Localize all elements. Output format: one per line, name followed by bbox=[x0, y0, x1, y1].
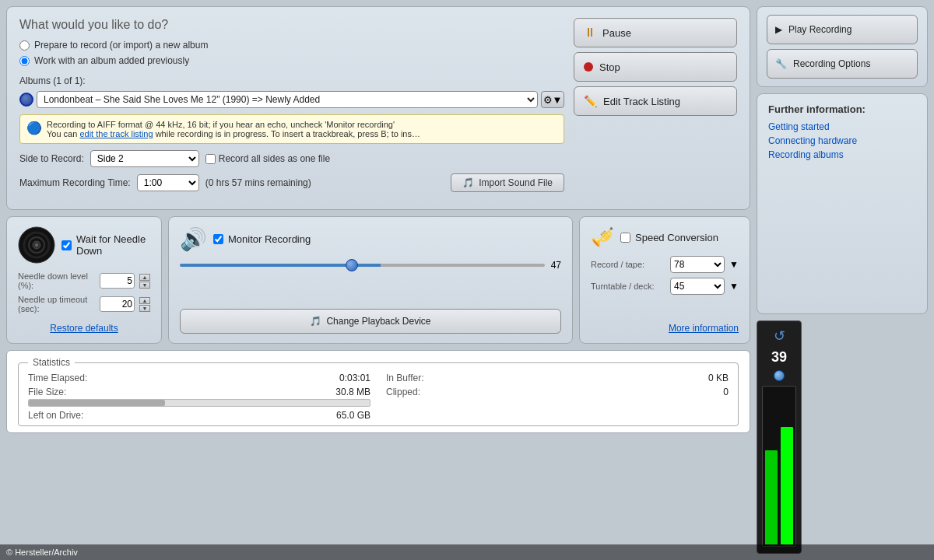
import-sound-file-button[interactable]: 🎵 Import Sound File bbox=[451, 173, 564, 192]
panel-title: What would you like to do? bbox=[19, 18, 564, 32]
needle-timeout-spinners: ▲ ▼ bbox=[139, 297, 150, 312]
change-playback-device-button[interactable]: 🎵 Change Playback Device bbox=[180, 309, 561, 334]
svg-point-4 bbox=[35, 243, 38, 247]
albums-label: Albums (1 of 1): bbox=[19, 75, 564, 86]
radio-prev-album[interactable]: Work with an album added previously bbox=[19, 55, 564, 66]
file-size-bar bbox=[29, 400, 165, 406]
device-icon: 🎵 bbox=[310, 316, 321, 327]
needle-level-row: Needle down level (%): ▲ ▼ bbox=[18, 271, 150, 290]
bottom-panels: Wait for Needle Down Needle down level (… bbox=[6, 216, 750, 344]
album-radio-dot bbox=[19, 93, 33, 107]
radio-new-album[interactable]: Prepare to record (or import) a new albu… bbox=[19, 40, 564, 51]
statistics-panel: Statistics Time Elapsed: 0:03:01 In Buff… bbox=[6, 350, 750, 433]
volume-slider[interactable] bbox=[180, 264, 545, 267]
turntable-select[interactable]: 45 33 78 bbox=[670, 278, 725, 295]
restore-defaults-link[interactable]: Restore defaults bbox=[18, 323, 150, 334]
statistics-grid: Time Elapsed: 0:03:01 In Buffer: 0 KB Fi… bbox=[28, 373, 729, 421]
turntable-label: Turntable / deck: bbox=[591, 282, 665, 291]
file-size-value: 30.8 MB bbox=[335, 387, 370, 397]
record-all-sides-label[interactable]: Record all sides as one file bbox=[205, 153, 330, 164]
record-all-sides-checkbox[interactable] bbox=[205, 154, 216, 164]
time-elapsed-row: Time Elapsed: 0:03:01 bbox=[28, 373, 370, 383]
volume-slider-row: 47 bbox=[180, 260, 561, 271]
vu-refresh-icon[interactable]: ↺ bbox=[774, 327, 785, 345]
needle-timeout-down[interactable]: ▼ bbox=[139, 305, 150, 312]
vu-bar-left bbox=[765, 450, 778, 544]
monitor-recording-checkbox[interactable] bbox=[213, 234, 223, 244]
right-sidebar: ▶ Play Recording 🔧 Recording Options Fur… bbox=[757, 6, 928, 554]
getting-started-link[interactable]: Getting started bbox=[768, 121, 916, 132]
side-label: Side to Record: bbox=[19, 153, 84, 164]
in-buffer-label: In Buffer: bbox=[386, 373, 423, 383]
monitor-panel: 🔊 Monitor Recording 47 🎵 Change Playback… bbox=[168, 216, 573, 344]
album-select-row: Londonbeat – She Said She Loves Me 12" (… bbox=[19, 91, 564, 108]
gramophone-icon: 🎺 bbox=[591, 226, 614, 248]
left-on-drive-label: Left on Drive: bbox=[28, 410, 83, 421]
speaker-icon: 🔊 bbox=[180, 226, 207, 252]
clipped-label: Clipped: bbox=[386, 387, 420, 397]
recording-albums-link[interactable]: Recording albums bbox=[768, 149, 916, 160]
record-tape-select[interactable]: 78 45 33 bbox=[670, 256, 725, 273]
needle-level-label: Needle down level (%): bbox=[18, 271, 95, 290]
needle-timeout-label: Needle up timeout (sec): bbox=[18, 295, 95, 313]
left-on-drive-value: 65.0 GB bbox=[336, 410, 370, 421]
file-size-row: File Size: 30.8 MB bbox=[28, 387, 370, 397]
connecting-hardware-link[interactable]: Connecting hardware bbox=[768, 135, 916, 146]
further-info-title: Further information: bbox=[768, 103, 916, 115]
vu-knob bbox=[774, 370, 785, 381]
monitor-recording-label[interactable]: Monitor Recording bbox=[213, 233, 311, 245]
copyright-bar: © Hersteller/Archiv bbox=[0, 544, 934, 560]
speed-conversion-checkbox[interactable] bbox=[620, 233, 630, 243]
needle-level-up[interactable]: ▲ bbox=[139, 274, 150, 281]
stop-icon bbox=[584, 62, 593, 72]
clipped-value: 0 bbox=[723, 387, 729, 397]
side-select[interactable]: Side 2 bbox=[90, 150, 199, 167]
in-buffer-row: In Buffer: 0 KB bbox=[386, 373, 729, 383]
album-gear-button[interactable]: ⚙▼ bbox=[541, 91, 564, 108]
edit-track-listing-button[interactable]: ✏️ Edit Track Listing bbox=[574, 86, 737, 116]
sidebar-info: Further information: Getting started Con… bbox=[757, 93, 928, 314]
edit-icon: ✏️ bbox=[584, 95, 597, 107]
info-icon: 🔵 bbox=[26, 121, 42, 138]
sidebar-top: ▶ Play Recording 🔧 Recording Options bbox=[757, 6, 928, 87]
turntable-dropdown-icon: ▼ bbox=[729, 281, 739, 292]
record-tape-row: Record / tape: 78 45 33 ▼ bbox=[591, 256, 739, 273]
max-time-select[interactable]: 1:00 bbox=[137, 174, 199, 191]
pause-icon: ⏸ bbox=[584, 26, 596, 40]
needle-level-input[interactable] bbox=[100, 273, 135, 289]
pause-button[interactable]: ⏸ Pause bbox=[574, 18, 737, 47]
import-icon: 🎵 bbox=[462, 177, 474, 188]
file-size-label: File Size: bbox=[28, 387, 66, 397]
clipped-section: Clipped: 0 bbox=[386, 387, 729, 407]
radio-group: Prepare to record (or import) a new albu… bbox=[19, 40, 564, 66]
radio-prev-album-input[interactable] bbox=[19, 56, 30, 66]
monitor-header: 🔊 Monitor Recording bbox=[180, 226, 561, 252]
album-select[interactable]: Londonbeat – She Said She Loves Me 12" (… bbox=[37, 91, 538, 108]
volume-value: 47 bbox=[551, 260, 561, 271]
vu-bar-container bbox=[762, 386, 796, 547]
recording-options-button[interactable]: 🔧 Recording Options bbox=[767, 49, 918, 79]
record-tape-dropdown-icon: ▼ bbox=[729, 259, 739, 270]
needle-level-down[interactable]: ▼ bbox=[139, 282, 150, 289]
statistics-fieldset: Statistics Time Elapsed: 0:03:01 In Buff… bbox=[18, 357, 739, 426]
info-box: 🔵 Recording to AIFF format @ 44 kHz, 16 … bbox=[19, 114, 564, 144]
file-size-section: File Size: 30.8 MB bbox=[28, 387, 370, 407]
play-recording-button[interactable]: ▶ Play Recording bbox=[767, 15, 918, 44]
edit-track-link[interactable]: edit the track listing bbox=[79, 129, 153, 138]
needle-panel: Wait for Needle Down Needle down level (… bbox=[6, 216, 162, 344]
max-time-label: Maximum Recording Time: bbox=[19, 177, 131, 188]
needle-timeout-input[interactable] bbox=[100, 296, 135, 312]
time-elapsed-value: 0:03:01 bbox=[339, 373, 370, 383]
info-text: Recording to AIFF format @ 44 kHz, 16 bi… bbox=[47, 120, 420, 138]
stop-button[interactable]: Stop bbox=[574, 52, 737, 82]
radio-new-album-input[interactable] bbox=[19, 40, 30, 51]
speed-conversion-label[interactable]: Speed Conversion bbox=[620, 232, 718, 243]
needle-timeout-up[interactable]: ▲ bbox=[139, 297, 150, 304]
more-information-link[interactable]: More information bbox=[591, 323, 739, 334]
needle-down-label[interactable]: Wait for Needle Down bbox=[61, 233, 150, 257]
clipped-row: Clipped: 0 bbox=[386, 387, 729, 397]
vu-value: 39 bbox=[771, 349, 787, 366]
needle-down-checkbox[interactable] bbox=[61, 240, 72, 250]
vinyl-icon bbox=[18, 226, 55, 264]
file-size-progress bbox=[28, 399, 370, 407]
